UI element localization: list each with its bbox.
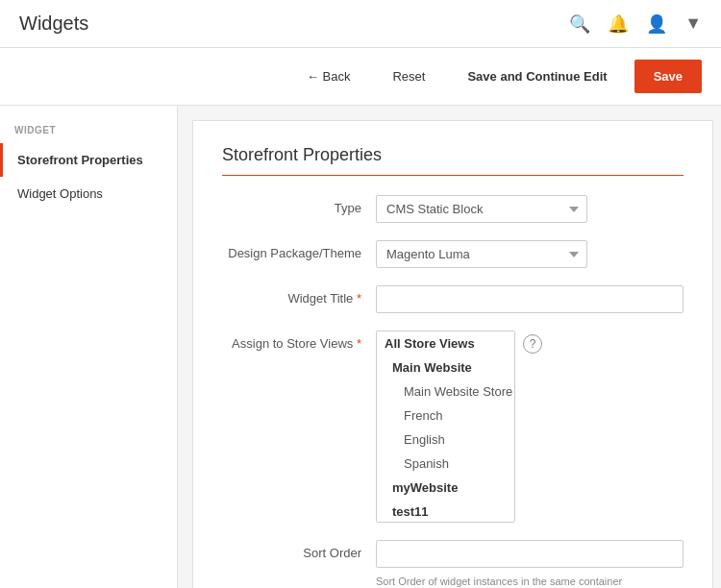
store-view-option[interactable]: Main Website	[377, 355, 514, 380]
sidebar-item-storefront-properties[interactable]: Storefront Properties	[0, 143, 177, 177]
sort-order-input[interactable]	[376, 540, 684, 568]
type-row: Type CMS Static Block	[222, 195, 684, 223]
store-view-option[interactable]: Spanish	[377, 452, 514, 476]
widget-title-label: Widget Title	[222, 285, 376, 306]
store-view-option[interactable]: English	[377, 428, 514, 452]
widget-title-row: Widget Title	[222, 285, 684, 313]
store-view-option[interactable]: French	[377, 404, 514, 428]
back-button[interactable]: ← Back	[291, 61, 366, 91]
sort-order-hint: Sort Order of widget instances in the sa…	[376, 576, 622, 587]
search-icon[interactable]: 🔍	[569, 13, 590, 35]
page-title: Widgets	[19, 12, 88, 35]
store-views-listbox[interactable]: All Store ViewsMain WebsiteMain Website …	[376, 331, 515, 523]
store-views-row: Assign to Store Views All Store ViewsMai…	[222, 331, 684, 523]
sort-order-control: Sort Order of widget instances in the sa…	[376, 540, 684, 587]
header-icons: 🔍 🔔 👤 ▼	[569, 13, 702, 35]
toolbar: ← Back Reset Save and Continue Edit Save	[0, 48, 721, 106]
sort-order-label: Sort Order	[222, 540, 376, 560]
bell-icon[interactable]: 🔔	[608, 13, 629, 35]
section-title: Storefront Properties	[222, 145, 684, 176]
widget-title-control	[376, 285, 684, 313]
sidebar-section-label: WIDGET	[0, 125, 177, 143]
sidebar-item-label: Widget Options	[17, 186, 103, 201]
design-control: Magento Luma	[376, 240, 684, 268]
design-label: Design Package/Theme	[222, 240, 376, 260]
assign-label: Assign to Store Views	[222, 331, 376, 351]
sidebar: WIDGET Storefront Properties Widget Opti…	[0, 106, 178, 588]
main-layout: WIDGET Storefront Properties Widget Opti…	[0, 106, 721, 588]
type-label: Type	[222, 195, 376, 215]
sidebar-item-label: Storefront Properties	[17, 153, 143, 167]
store-view-option[interactable]: myWebsite	[377, 476, 514, 500]
type-select[interactable]: CMS Static Block	[376, 195, 587, 223]
chevron-down-icon[interactable]: ▼	[684, 13, 702, 34]
store-view-option[interactable]: test11	[377, 500, 514, 523]
type-control: CMS Static Block	[376, 195, 684, 223]
reset-button[interactable]: Reset	[377, 61, 440, 91]
store-view-option[interactable]: Main Website Store	[377, 380, 514, 404]
help-icon[interactable]: ?	[523, 334, 542, 354]
save-continue-button[interactable]: Save and Continue Edit	[452, 61, 622, 91]
store-views-control: All Store ViewsMain WebsiteMain Website …	[376, 331, 684, 523]
user-icon[interactable]: 👤	[646, 13, 667, 35]
content-area: Storefront Properties Type CMS Static Bl…	[192, 120, 713, 588]
design-select[interactable]: Magento Luma	[376, 240, 587, 268]
sidebar-item-widget-options[interactable]: Widget Options	[0, 177, 177, 210]
save-button[interactable]: Save	[634, 60, 702, 93]
top-header: Widgets 🔍 🔔 👤 ▼	[0, 0, 721, 48]
store-view-option[interactable]: All Store Views	[377, 331, 514, 355]
form: Type CMS Static Block Design Package/The…	[222, 195, 684, 587]
design-row: Design Package/Theme Magento Luma	[222, 240, 684, 268]
sort-order-row: Sort Order Sort Order of widget instance…	[222, 540, 684, 587]
widget-title-input[interactable]	[376, 285, 684, 313]
